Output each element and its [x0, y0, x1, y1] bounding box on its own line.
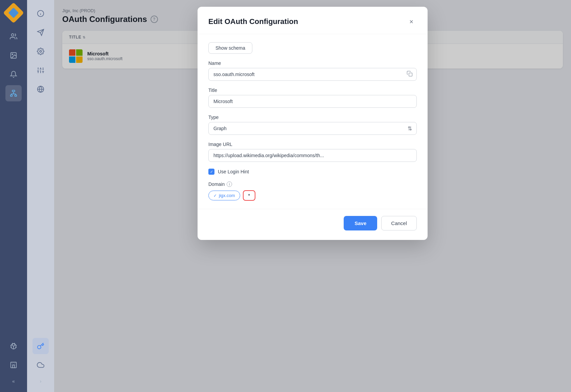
use-login-hint-label: Use Login Hint [218, 169, 249, 174]
name-input[interactable] [208, 68, 417, 81]
domain-label-row: Domain i [208, 181, 417, 187]
domain-tag-label: jigx.com [219, 193, 235, 198]
settings-icon [37, 48, 44, 55]
svg-rect-4 [10, 95, 12, 97]
sidebar-collapse-btn[interactable]: « [5, 376, 22, 387]
hierarchy-icon [10, 90, 17, 97]
use-login-hint-checkbox[interactable]: ✓ [208, 169, 214, 175]
svg-rect-5 [15, 95, 17, 97]
modal-overlay: Edit OAuth Configuration × Show schema N… [54, 0, 571, 392]
svg-point-22 [40, 50, 42, 52]
name-input-wrapper [208, 68, 417, 81]
key-icon [37, 342, 44, 350]
nav-icon-image[interactable] [5, 47, 22, 64]
nav-icon-hierarchy[interactable] [5, 85, 22, 101]
svg-rect-3 [12, 90, 15, 92]
form-group-title: Title [208, 88, 417, 108]
form-group-name: Name [208, 60, 417, 81]
show-schema-button[interactable]: Show schema [208, 42, 252, 54]
form-group-type: Type Graph OAuth2 SAML ⇅ [208, 115, 417, 135]
type-select[interactable]: Graph OAuth2 SAML [208, 122, 417, 135]
sidebar-secondary: › [27, 0, 54, 392]
modal-title: Edit OAuth Configuration [208, 17, 298, 26]
sidebar-primary: « [0, 0, 27, 392]
nav-icon-globe[interactable] [32, 81, 49, 97]
image-url-input[interactable] [208, 149, 417, 162]
modal-close-btn[interactable]: × [406, 16, 417, 27]
nav-icon-bell[interactable] [5, 66, 22, 82]
nav-icon-sliders[interactable] [32, 62, 49, 78]
users-icon [10, 33, 17, 40]
modal-body: Show schema Name Title [198, 34, 428, 209]
nav-icon-bug[interactable] [5, 338, 22, 354]
cancel-button[interactable]: Cancel [381, 216, 417, 230]
image-icon [10, 52, 17, 59]
domain-tag-jigx[interactable]: ✓ jigx.com [208, 191, 240, 200]
sidebar-primary-bottom: « [5, 338, 22, 387]
globe-icon [37, 85, 44, 93]
nav-icon-key[interactable] [32, 338, 49, 354]
save-button[interactable]: Save [344, 216, 377, 230]
svg-rect-34 [409, 73, 412, 76]
type-select-wrapper: Graph OAuth2 SAML ⇅ [208, 122, 417, 135]
svg-point-0 [12, 34, 14, 36]
nav-icon-building[interactable] [5, 357, 22, 373]
modal-header: Edit OAuth Configuration × [198, 7, 428, 34]
sidebar-secondary-collapse-btn[interactable]: › [32, 376, 49, 387]
main-content: Jigx, Inc (PROD) OAuth Configurations ? … [54, 0, 571, 392]
modal-footer: Save Cancel [198, 209, 428, 240]
edit-oauth-modal: Edit OAuth Configuration × Show schema N… [198, 7, 428, 240]
nav-icon-users[interactable] [5, 28, 22, 45]
nav-icon-info[interactable] [32, 5, 49, 22]
login-hint-row: ✓ Use Login Hint [208, 169, 417, 175]
app-logo [6, 5, 21, 20]
form-group-image-url: Image URL [208, 142, 417, 162]
domain-tags: ✓ jigx.com * [208, 190, 417, 201]
image-url-label: Image URL [208, 142, 417, 147]
image-url-input-wrapper [208, 149, 417, 162]
cloud-icon [37, 361, 44, 369]
type-label: Type [208, 115, 417, 120]
nav-icon-send[interactable] [32, 24, 49, 41]
title-label: Title [208, 88, 417, 93]
info-icon [37, 10, 44, 17]
title-input-wrapper [208, 95, 417, 108]
nav-icon-settings[interactable] [32, 43, 49, 59]
copy-icon[interactable] [407, 71, 413, 78]
send-icon [37, 29, 44, 36]
tag-check-icon: ✓ [213, 193, 217, 198]
nav-icon-cloud[interactable] [32, 357, 49, 373]
domain-section: Domain i ✓ jigx.com * [208, 181, 417, 201]
svg-point-2 [12, 54, 13, 55]
domain-tag-new[interactable]: * [243, 190, 255, 201]
sliders-icon [37, 67, 44, 74]
building-icon [10, 361, 17, 369]
domain-info-icon[interactable]: i [227, 181, 232, 187]
sidebar-secondary-bottom: › [32, 338, 49, 387]
domain-label: Domain [208, 181, 225, 187]
bell-icon [10, 71, 17, 78]
title-input[interactable] [208, 95, 417, 108]
bug-icon [10, 342, 17, 350]
name-label: Name [208, 60, 417, 66]
